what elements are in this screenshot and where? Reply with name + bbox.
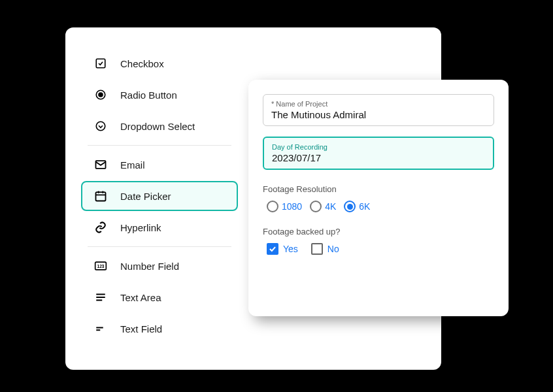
resolution-label: Footage Resolution: [263, 184, 494, 194]
field-type-email[interactable]: Email: [81, 150, 238, 180]
radio-icon: [267, 201, 278, 212]
textarea-icon: [94, 291, 107, 304]
backed-up-label: Footage backed up?: [263, 227, 494, 237]
field-type-label: Number Field: [120, 261, 179, 272]
project-name-input[interactable]: * Name of Project The Mutinous Admiral: [263, 94, 494, 126]
radio-label: 4K: [325, 201, 336, 212]
dropdown-icon: [94, 120, 107, 133]
backed-up-yes[interactable]: Yes: [267, 243, 298, 255]
checkbox-label: No: [327, 244, 339, 254]
resolution-6k[interactable]: 6K: [344, 201, 370, 212]
field-type-label: Date Picker: [120, 191, 171, 202]
radio-label: 6K: [359, 201, 370, 212]
field-type-label: Hyperlink: [120, 222, 161, 233]
number-icon: 123: [94, 259, 107, 272]
radio-label: 1080: [282, 201, 302, 212]
input-value: 2023/07/17: [272, 152, 485, 163]
radio-icon: [94, 88, 107, 101]
field-type-label: Checkbox: [120, 58, 164, 69]
resolution-4k[interactable]: 4K: [310, 201, 336, 212]
field-type-label: Email: [120, 159, 145, 171]
checkbox-icon: [267, 243, 278, 255]
svg-rect-5: [96, 192, 106, 201]
recording-day-input[interactable]: Day of Recording 2023/07/17: [263, 137, 494, 170]
field-type-label: Dropdown Select: [120, 121, 195, 132]
backed-up-no[interactable]: No: [311, 243, 339, 255]
field-type-textfield[interactable]: Text Field: [81, 314, 238, 344]
checkbox-label: Yes: [283, 244, 298, 254]
resolution-options: 1080 4K 6K: [263, 201, 494, 212]
field-type-label: Text Field: [120, 323, 162, 335]
field-type-label: Radio Button: [120, 90, 177, 101]
checkbox-icon: [94, 57, 107, 70]
field-type-number[interactable]: 123 Number Field: [81, 251, 238, 281]
input-label: Day of Recording: [272, 143, 485, 151]
divider: [88, 145, 231, 146]
link-icon: [94, 221, 107, 234]
field-type-checkbox[interactable]: Checkbox: [81, 48, 238, 78]
field-type-radio[interactable]: Radio Button: [81, 80, 238, 110]
radio-icon: [310, 201, 322, 212]
input-label: * Name of Project: [271, 100, 486, 108]
field-type-label: Text Area: [120, 292, 161, 303]
checkbox-icon: [311, 243, 323, 255]
textfield-icon: [94, 322, 107, 335]
field-type-date-picker[interactable]: Date Picker: [81, 181, 238, 211]
email-icon: [94, 158, 107, 171]
field-type-textarea[interactable]: Text Area: [81, 282, 238, 312]
field-type-hyperlink[interactable]: Hyperlink: [81, 212, 238, 242]
radio-icon: [344, 201, 356, 212]
svg-text:123: 123: [97, 264, 104, 269]
form-preview-panel: * Name of Project The Mutinous Admiral D…: [248, 80, 509, 316]
svg-point-2: [99, 93, 103, 97]
divider: [88, 246, 231, 247]
field-type-dropdown[interactable]: Dropdown Select: [81, 111, 238, 141]
calendar-icon: [94, 189, 107, 203]
svg-point-3: [96, 122, 105, 131]
backed-up-options: Yes No: [263, 243, 494, 255]
input-value: The Mutinous Admiral: [271, 109, 486, 120]
resolution-1080[interactable]: 1080: [267, 201, 302, 212]
svg-rect-0: [96, 59, 105, 68]
